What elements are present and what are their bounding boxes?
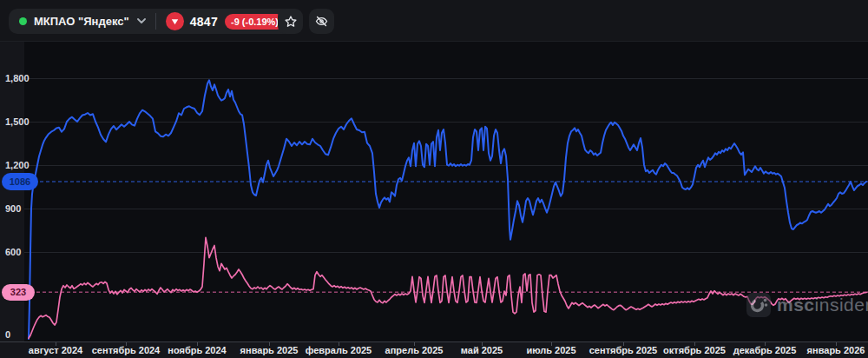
y-axis-label: 1,500 [5, 116, 30, 128]
x-axis-label: декабрь 2025 [733, 345, 797, 355]
x-axis-label: ноябрь 2024 [168, 345, 226, 355]
y-axis-label: 600 [5, 246, 21, 258]
watermark-text: mscinsider [777, 295, 868, 315]
price-down-icon [166, 12, 184, 30]
main-price-line-price-label: 1086 [2, 173, 38, 190]
symbol-name: МКПАО "Яндекс" [34, 15, 129, 28]
x-axis[interactable]: август 2024сентябрь 2024ноябрь 2024январ… [0, 341, 868, 358]
x-axis-label: февраль 2025 [306, 345, 372, 355]
price-value: 4847 [190, 15, 218, 29]
secondary-price-line-price-label: 323 [2, 284, 35, 301]
chart-canvas[interactable]: 1,8001,5001,2009006000 1086323 mscinside… [0, 42, 868, 341]
x-axis-label: апрель 2025 [385, 345, 444, 355]
y-axis-label: 1,800 [5, 72, 30, 84]
x-axis-label: май 2025 [461, 345, 503, 355]
symbol-selector-button[interactable]: МКПАО "Яндекс" 4847 -9 (-0.19%) [9, 9, 294, 34]
x-axis-label: июль 2025 [526, 345, 575, 355]
y-axis-label: 900 [5, 202, 21, 215]
star-icon [284, 15, 298, 29]
x-axis-label: сентябрь 2025 [589, 345, 658, 355]
favorite-button[interactable] [278, 9, 303, 34]
x-axis-label: август 2024 [29, 345, 82, 355]
x-axis-label: январь 2025 [240, 345, 299, 355]
eye-off-icon [314, 14, 329, 29]
x-axis-label: январь 2026 [807, 345, 865, 355]
main-price-line [29, 80, 866, 339]
y-axis-label: 0 [5, 328, 10, 341]
watermark-logo-icon [746, 293, 771, 317]
secondary-price-line [29, 237, 867, 338]
topbar-divider [155, 13, 156, 30]
watermark: mscinsider [746, 293, 868, 317]
plot-svg [0, 42, 868, 341]
status-dot-icon [19, 17, 27, 25]
chevron-down-icon [137, 18, 146, 24]
price-change-badge: -9 (-0.19%) [225, 14, 285, 30]
x-axis-label: октябрь 2025 [663, 345, 726, 355]
topbar: МКПАО "Яндекс" 4847 -9 (-0.19%) [0, 0, 868, 42]
hide-visibility-button[interactable] [309, 9, 334, 34]
y-axis-label: 1,200 [5, 159, 30, 171]
x-axis-label: сентябрь 2024 [92, 345, 161, 355]
